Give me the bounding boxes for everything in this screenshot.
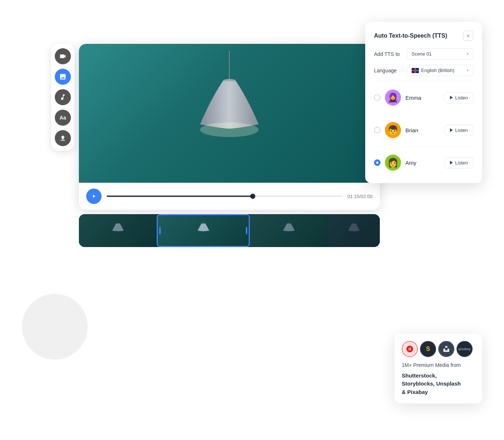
brian-listen-label: Listen bbox=[455, 128, 468, 133]
storyblocks-letter: S bbox=[426, 346, 430, 352]
flag-icon bbox=[412, 68, 419, 73]
tts-add-to-row: Add TTS to Scene 01 ▾ bbox=[374, 48, 473, 60]
tts-scene-select[interactable]: Scene 01 ▾ bbox=[407, 48, 473, 60]
toolbar-btn-upload[interactable] bbox=[55, 130, 71, 146]
progress-bar[interactable] bbox=[107, 196, 342, 197]
brian-name: Brian bbox=[405, 127, 440, 133]
unsplash-icon bbox=[443, 346, 449, 352]
svg-point-2 bbox=[200, 122, 259, 137]
time-display: 01:15/02:00 bbox=[347, 194, 373, 199]
brian-avatar-emoji: 👦 bbox=[387, 125, 398, 135]
timeline-thumb-3 bbox=[250, 214, 328, 247]
timeline-thumb-4 bbox=[328, 214, 380, 247]
divider bbox=[374, 81, 473, 81]
video-controls: 01:15/02:00 bbox=[79, 183, 380, 210]
timeline-lamp-3 bbox=[280, 220, 298, 242]
toolbar-btn-music[interactable] bbox=[55, 89, 71, 105]
voice-option-emma: 🧕 Emma Listen bbox=[374, 86, 473, 109]
logo-shutterstock bbox=[402, 341, 418, 357]
amy-radio[interactable] bbox=[374, 159, 381, 166]
divider-3 bbox=[374, 146, 473, 147]
sidebar-toolbar: Aa bbox=[51, 44, 75, 151]
amy-avatar-emoji: 👩 bbox=[387, 158, 398, 168]
tts-scene-value: Scene 01 bbox=[412, 51, 432, 57]
upload-icon bbox=[59, 134, 66, 142]
emma-avatar: 🧕 bbox=[385, 90, 401, 106]
video-panel: 01:15/02:00 bbox=[79, 44, 380, 210]
amy-listen-label: Listen bbox=[455, 160, 468, 166]
brian-listen-button[interactable]: Listen bbox=[444, 125, 473, 136]
amy-play-icon bbox=[450, 161, 453, 164]
play-icon bbox=[91, 194, 96, 199]
media-panel: S pixabay 1M+ Premium Media from Shutter… bbox=[394, 334, 482, 404]
video-icon bbox=[59, 53, 66, 60]
tts-language-value: English (British) bbox=[421, 68, 454, 73]
tts-language-select[interactable]: English (British) ▾ bbox=[407, 65, 473, 76]
progress-fill bbox=[107, 196, 253, 197]
emma-listen-label: Listen bbox=[455, 95, 468, 100]
toolbar-btn-video[interactable] bbox=[55, 48, 71, 64]
voice-option-brian: 👦 Brian Listen bbox=[374, 118, 473, 142]
emma-radio[interactable] bbox=[374, 94, 381, 101]
amy-name: Amy bbox=[405, 160, 440, 166]
media-description: 1M+ Premium Media from bbox=[402, 362, 475, 368]
play-button[interactable] bbox=[86, 189, 102, 204]
pixabay-label: pixabay bbox=[458, 347, 471, 351]
image-icon bbox=[59, 73, 66, 80]
media-sources: Shutterstock, Storyblocks, Unsplash & Pi… bbox=[402, 372, 475, 397]
editor-area: Aa bbox=[51, 44, 380, 210]
close-icon: × bbox=[467, 33, 470, 39]
amy-avatar: 👩 bbox=[385, 155, 401, 171]
timeline-lamp-2 bbox=[194, 220, 213, 242]
tts-language-row: Language English (British) ▾ bbox=[374, 65, 473, 76]
brian-avatar: 👦 bbox=[385, 122, 401, 138]
emma-play-icon bbox=[450, 96, 453, 99]
logo-storyblocks: S bbox=[420, 341, 436, 357]
tts-panel: Auto Text-to-Speech (TTS) × Add TTS to S… bbox=[365, 22, 482, 183]
text-icon-label: Aa bbox=[60, 115, 66, 121]
chevron-down-lang-icon: ▾ bbox=[467, 68, 469, 72]
timeline-thumb-2 bbox=[157, 214, 250, 247]
toolbar-btn-text[interactable]: Aa bbox=[55, 110, 71, 126]
amy-listen-button[interactable]: Listen bbox=[444, 157, 473, 168]
logo-pixabay: pixabay bbox=[457, 341, 473, 357]
tts-panel-title: Auto Text-to-Speech (TTS) bbox=[374, 33, 447, 39]
timeline-lamp-1 bbox=[109, 220, 127, 242]
tts-panel-header: Auto Text-to-Speech (TTS) × bbox=[374, 31, 473, 41]
decorative-blob-bottom bbox=[22, 294, 88, 360]
timeline-thumb-1 bbox=[79, 214, 157, 247]
brian-play-icon bbox=[450, 128, 453, 132]
tts-close-button[interactable]: × bbox=[463, 31, 473, 41]
voice-option-amy: 👩 Amy Listen bbox=[374, 151, 473, 174]
divider-2 bbox=[374, 114, 473, 114]
emma-listen-button[interactable]: Listen bbox=[444, 92, 473, 103]
chevron-down-icon: ▾ bbox=[467, 52, 469, 56]
media-logos-row: S pixabay bbox=[402, 341, 475, 357]
progress-thumb bbox=[250, 194, 255, 199]
tts-language-label: Language bbox=[374, 68, 403, 73]
timeline-strip[interactable] bbox=[79, 214, 380, 247]
tts-add-label: Add TTS to bbox=[374, 51, 403, 57]
logo-unsplash bbox=[438, 341, 454, 357]
timeline-lamp-4 bbox=[347, 220, 361, 242]
emma-name: Emma bbox=[405, 95, 440, 101]
emma-avatar-emoji: 🧕 bbox=[387, 92, 398, 103]
toolbar-btn-image[interactable] bbox=[55, 69, 71, 85]
editor-container: Aa bbox=[51, 44, 380, 247]
brian-radio[interactable] bbox=[374, 127, 381, 133]
shutterstock-icon bbox=[406, 345, 414, 353]
video-screen bbox=[79, 44, 380, 183]
music-icon bbox=[59, 94, 66, 101]
lamp-illustration bbox=[189, 51, 270, 175]
